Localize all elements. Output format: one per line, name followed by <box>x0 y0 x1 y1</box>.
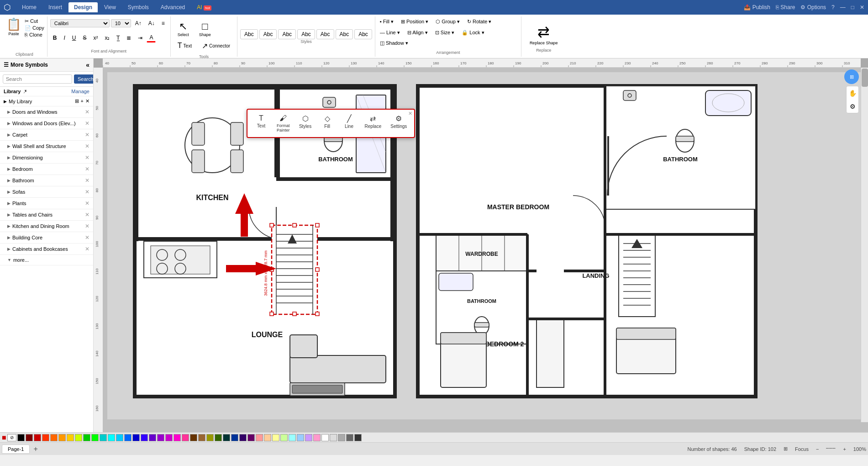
fill-button[interactable]: ▪ Fill ▾ <box>378 18 395 26</box>
zoom-slider[interactable]: ⎻⎻⎻ <box>826 446 836 452</box>
group-button[interactable]: ⬡ Group ▾ <box>434 18 462 26</box>
sidebar-item-sofas[interactable]: ▶ Sofas ✕ <box>0 186 93 198</box>
tab-symbols[interactable]: Symbols <box>122 2 154 12</box>
pan-tool-btn[interactable]: ✋ <box>849 90 857 97</box>
color-swatch-yellow[interactable] <box>67 434 74 441</box>
connector-tool-button[interactable]: ↗ Connector <box>198 39 234 53</box>
float-replace-btn[interactable]: ⇄ Replace <box>361 112 385 134</box>
sidebar-item-wall-shell[interactable]: ▶ Wall Shell and Structure ✕ <box>0 141 93 152</box>
color-swatch-blue[interactable] <box>124 434 132 441</box>
library-expand-icon[interactable]: ⭷ <box>22 89 27 94</box>
style-box-4[interactable]: Abc <box>297 29 315 39</box>
font-color-button[interactable]: A <box>147 33 156 42</box>
color-swatch-light-pink2[interactable] <box>313 434 321 441</box>
color-swatch-gray[interactable] <box>338 434 345 441</box>
color-swatch-light-pink[interactable] <box>256 434 263 441</box>
zoom-in-btn[interactable]: + <box>843 446 846 452</box>
color-swatch-tan[interactable] <box>198 434 205 441</box>
sidebar-item-close[interactable]: ✕ <box>85 223 89 229</box>
line-button[interactable]: — Line ▾ <box>378 29 402 37</box>
tab-design[interactable]: Design <box>68 2 98 12</box>
font-size-select[interactable]: 10 <box>111 19 131 27</box>
indent-button[interactable]: ⇥ <box>135 34 145 42</box>
floating-toolbar-close[interactable]: ✕ <box>408 111 412 116</box>
clone-button[interactable]: ⎘ Clone <box>25 32 44 37</box>
color-swatch-lime[interactable] <box>75 434 82 441</box>
color-swatch-bright-green[interactable] <box>91 434 99 441</box>
subscript-button[interactable]: x₂ <box>102 34 112 42</box>
help-btn[interactable]: ? <box>831 4 835 11</box>
sidebar-item-more[interactable]: ▼ more... <box>0 255 93 265</box>
color-swatch-orange[interactable] <box>50 434 58 441</box>
color-swatch-dark-green[interactable] <box>215 434 222 441</box>
sidebar-item-close[interactable]: ✕ <box>85 200 89 207</box>
superscript-button[interactable]: x² <box>90 34 100 42</box>
zoom-out-btn[interactable]: − <box>816 446 819 452</box>
float-styles-btn[interactable]: ⬡ Styles <box>295 112 316 134</box>
color-swatch-indigo[interactable] <box>239 434 247 441</box>
publish-btn[interactable]: 📤 Publish <box>744 4 770 11</box>
color-bar-icon[interactable]: ■ <box>2 434 6 442</box>
sidebar-item-tables-chairs[interactable]: ▶ Tables and Chairs ✕ <box>0 209 93 221</box>
color-swatch-purple[interactable] <box>149 434 156 441</box>
sidebar-item-building-core[interactable]: ▶ Building Core ✕ <box>0 232 93 244</box>
color-swatch-pink[interactable] <box>174 434 181 441</box>
my-library-add-icon[interactable]: + <box>81 98 84 104</box>
style-box-7[interactable]: Abc <box>354 29 372 39</box>
float-format-painter-btn[interactable]: 🖌 FormatPainter <box>273 112 294 134</box>
italic-button[interactable]: I <box>61 34 68 42</box>
shape-tool-button[interactable]: □ Shape <box>195 18 215 39</box>
color-swatch-hot-pink[interactable] <box>182 434 189 441</box>
sidebar-item-close[interactable]: ✕ <box>85 234 89 241</box>
color-swatch-transparent[interactable]: ⊘ <box>7 434 16 441</box>
my-library-edit-icon[interactable]: ⊞ <box>75 98 79 104</box>
sidebar-item-close[interactable]: ✕ <box>85 166 89 172</box>
color-swatch-light-cyan[interactable] <box>289 434 296 441</box>
sidebar-item-close[interactable]: ✕ <box>85 120 89 127</box>
zoom-to-fit-btn[interactable]: ⊞ <box>844 69 859 84</box>
add-page-btn[interactable]: + <box>32 445 39 453</box>
color-swatch-light-green[interactable] <box>280 434 288 441</box>
color-swatch-light-gray[interactable] <box>330 434 337 441</box>
canvas-area[interactable]: 40 50 60 70 80 90 100 110 120 <box>94 58 868 432</box>
sidebar-item-close[interactable]: ✕ <box>85 109 89 115</box>
color-swatch-light-yellow[interactable] <box>272 434 279 441</box>
replace-shape-button[interactable]: ⇄ Replace Shape <box>525 21 563 48</box>
strikethrough-button[interactable]: S <box>80 34 89 42</box>
color-swatch-teal[interactable] <box>100 434 107 441</box>
color-swatch-plum[interactable] <box>247 434 255 441</box>
page-1-tab[interactable]: Page-1 <box>2 445 30 454</box>
tab-home[interactable]: Home <box>16 2 42 12</box>
color-swatch-light-blue[interactable] <box>297 434 304 441</box>
color-swatch-lavender[interactable] <box>305 434 312 441</box>
sidebar-item-carpet[interactable]: ▶ Carpet ✕ <box>0 129 93 141</box>
float-fill-btn[interactable]: ◇ Fill <box>317 112 337 134</box>
tab-advanced[interactable]: Advanced <box>155 2 190 12</box>
sidebar-item-kitchen-dining[interactable]: ▶ Kitchen and Dining Room ✕ <box>0 221 93 232</box>
bold-button[interactable]: B <box>50 34 60 42</box>
sidebar-item-bathroom[interactable]: ▶ Bathroom ✕ <box>0 175 93 186</box>
sidebar-item-cabinets[interactable]: ▶ Cabinets and Bookcases ✕ <box>0 244 93 255</box>
color-swatch-cyan[interactable] <box>108 434 115 441</box>
color-swatch-forest[interactable] <box>223 434 230 441</box>
tab-insert[interactable]: Insert <box>43 2 68 12</box>
underline-button[interactable]: U <box>69 34 79 42</box>
color-swatch-dark-gray[interactable] <box>346 434 353 441</box>
shadow-button[interactable]: ◫ Shadow ▾ <box>378 39 410 47</box>
position-button[interactable]: ⊞ Position ▾ <box>399 18 430 26</box>
paste-button[interactable]: 📋 Paste <box>5 16 23 37</box>
options-btn[interactable]: ⚙ Options <box>800 4 826 11</box>
color-swatch-red[interactable] <box>34 434 41 441</box>
style-box-2[interactable]: Abc <box>259 29 277 39</box>
float-line-btn[interactable]: ╱ Line <box>339 112 359 134</box>
color-swatch-darkred[interactable] <box>26 434 33 441</box>
scrollbar-vertical[interactable] <box>861 68 868 422</box>
font-increase-btn[interactable]: A↑ <box>132 19 144 27</box>
search-input[interactable] <box>3 74 72 84</box>
text-style-button[interactable]: T̲ <box>114 34 122 42</box>
canvas-content[interactable]: BATHROOM KITCHEN <box>103 68 868 432</box>
sidebar-item-plants[interactable]: ▶ Plants ✕ <box>0 198 93 209</box>
float-text-btn[interactable]: T Text <box>251 112 271 134</box>
lock-button[interactable]: 🔒 Lock ▾ <box>460 29 486 37</box>
list-button[interactable]: ≣ <box>124 34 134 42</box>
